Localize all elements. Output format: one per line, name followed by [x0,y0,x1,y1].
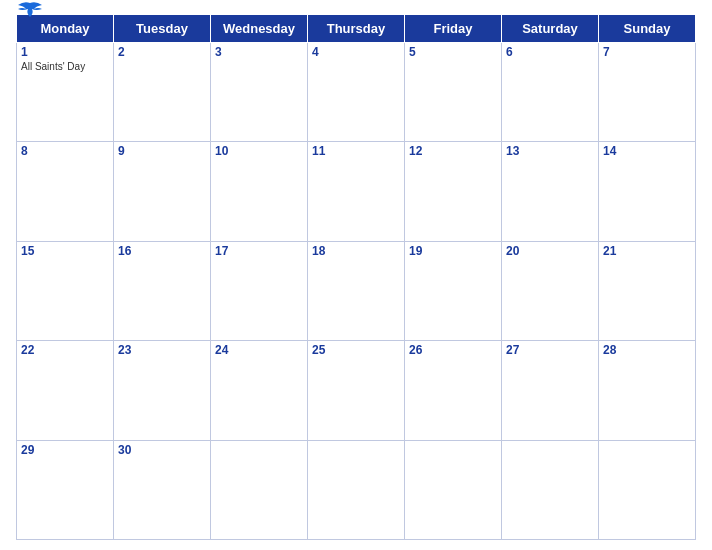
weekday-header-thursday: Thursday [308,15,405,43]
calendar-week-row: 891011121314 [17,142,696,241]
logo [16,1,44,19]
event-label: All Saints' Day [21,61,109,72]
day-number: 12 [409,144,497,158]
weekday-header-saturday: Saturday [502,15,599,43]
calendar-cell: 16 [114,241,211,340]
calendar-cell: 10 [211,142,308,241]
calendar-cell: 5 [405,43,502,142]
calendar-cell: 29 [17,440,114,539]
day-number: 14 [603,144,691,158]
calendar-cell: 14 [599,142,696,241]
calendar-cell [405,440,502,539]
calendar-cell: 4 [308,43,405,142]
bird-icon [16,1,44,19]
day-number: 24 [215,343,303,357]
weekday-header-wednesday: Wednesday [211,15,308,43]
calendar-cell: 25 [308,341,405,440]
day-number: 11 [312,144,400,158]
day-number: 21 [603,244,691,258]
calendar-cell [599,440,696,539]
calendar-cell [308,440,405,539]
day-number: 29 [21,443,109,457]
calendar-week-row: 2930 [17,440,696,539]
day-number: 1 [21,45,109,59]
day-number: 7 [603,45,691,59]
calendar-cell: 27 [502,341,599,440]
weekday-header-sunday: Sunday [599,15,696,43]
day-number: 19 [409,244,497,258]
day-number: 9 [118,144,206,158]
day-number: 6 [506,45,594,59]
day-number: 13 [506,144,594,158]
calendar-cell [502,440,599,539]
day-number: 20 [506,244,594,258]
calendar-cell: 23 [114,341,211,440]
calendar-cell: 26 [405,341,502,440]
calendar-week-row: 22232425262728 [17,341,696,440]
calendar-week-row: 15161718192021 [17,241,696,340]
day-number: 26 [409,343,497,357]
calendar-cell: 12 [405,142,502,241]
calendar-cell: 2 [114,43,211,142]
day-number: 30 [118,443,206,457]
calendar-cell: 30 [114,440,211,539]
calendar-cell: 22 [17,341,114,440]
day-number: 23 [118,343,206,357]
calendar-cell: 21 [599,241,696,340]
calendar-cell: 18 [308,241,405,340]
calendar-cell: 24 [211,341,308,440]
weekday-header-tuesday: Tuesday [114,15,211,43]
calendar-cell: 1All Saints' Day [17,43,114,142]
day-number: 16 [118,244,206,258]
day-number: 3 [215,45,303,59]
calendar-cell: 9 [114,142,211,241]
calendar-cell: 19 [405,241,502,340]
calendar-cell: 8 [17,142,114,241]
calendar-cell: 20 [502,241,599,340]
day-number: 15 [21,244,109,258]
calendar-table: MondayTuesdayWednesdayThursdayFridaySatu… [16,14,696,540]
calendar-cell: 13 [502,142,599,241]
calendar-cell: 11 [308,142,405,241]
day-number: 25 [312,343,400,357]
day-number: 17 [215,244,303,258]
calendar-cell: 7 [599,43,696,142]
day-number: 4 [312,45,400,59]
calendar-cell: 28 [599,341,696,440]
calendar-cell: 6 [502,43,599,142]
day-number: 22 [21,343,109,357]
weekday-header-friday: Friday [405,15,502,43]
calendar-cell [211,440,308,539]
day-number: 2 [118,45,206,59]
calendar-cell: 17 [211,241,308,340]
calendar-cell: 3 [211,43,308,142]
day-number: 27 [506,343,594,357]
calendar-week-row: 1All Saints' Day234567 [17,43,696,142]
day-number: 5 [409,45,497,59]
day-number: 18 [312,244,400,258]
weekday-header-row: MondayTuesdayWednesdayThursdayFridaySatu… [17,15,696,43]
day-number: 10 [215,144,303,158]
calendar-cell: 15 [17,241,114,340]
day-number: 8 [21,144,109,158]
day-number: 28 [603,343,691,357]
